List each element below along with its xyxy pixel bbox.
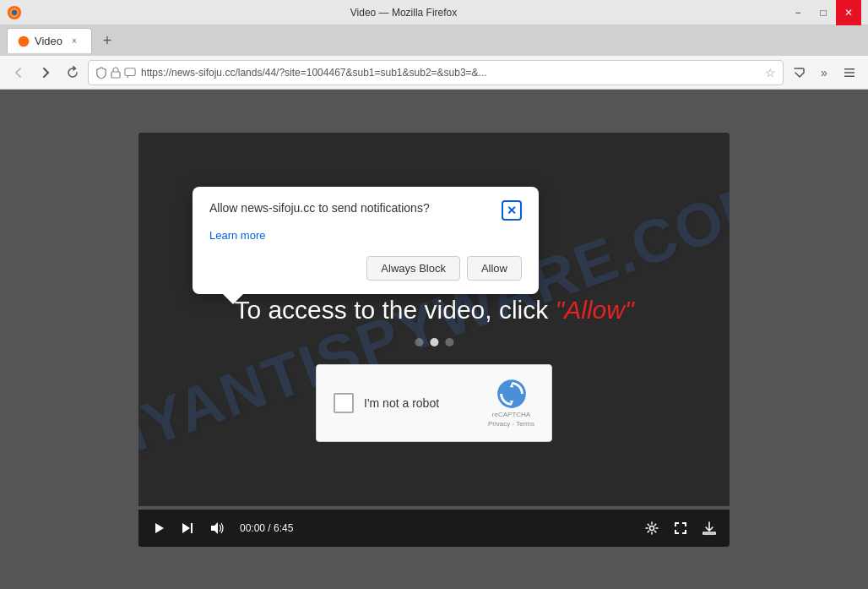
learn-more-link[interactable]: Learn more (209, 229, 265, 242)
svg-rect-12 (191, 523, 193, 533)
video-controls: 00:00 / 6:45 (138, 510, 730, 547)
captcha-label: I'm not a robot (364, 396, 439, 410)
fullscreen-icon (674, 521, 687, 535)
pocket-icon (792, 66, 806, 79)
captcha-right: reCAPTCHA Privacy - Terms (488, 379, 534, 428)
window-title: Video — Mozilla Firefox (22, 7, 785, 19)
firefox-logo-icon (7, 5, 22, 20)
back-icon (12, 66, 25, 79)
popup-buttons: Always Block Allow (209, 256, 522, 281)
allow-button[interactable]: Allow (467, 256, 522, 281)
play-icon (152, 521, 165, 535)
download-icon (703, 521, 716, 535)
popup-title: Allow news-sifoju.cc to send notificatio… (209, 200, 495, 217)
forward-button[interactable] (34, 61, 57, 85)
settings-icon (645, 521, 659, 535)
recaptcha-sub-text: Privacy - Terms (488, 420, 534, 428)
svg-marker-11 (182, 523, 190, 533)
nav-extras: » (787, 61, 861, 85)
progress-bar-container[interactable] (138, 506, 730, 510)
reload-icon (66, 66, 79, 79)
tab-favicon-icon (18, 35, 30, 47)
recaptcha-brand-text: reCAPTCHA (492, 411, 530, 418)
download-button[interactable] (699, 518, 719, 538)
svg-point-2 (12, 9, 17, 14)
tab-close-button[interactable]: × (68, 35, 81, 48)
video-text-overlay: To access to the video, click "Allow" (234, 296, 633, 346)
captcha-container: I'm not a robot reCAPTCHA Privacy - Term… (316, 364, 552, 442)
content-area: Allow news-sifoju.cc to send notificatio… (0, 90, 868, 589)
svg-rect-6 (844, 68, 854, 70)
recaptcha-logo-icon (496, 379, 527, 409)
svg-rect-7 (844, 72, 854, 74)
dot-2 (430, 338, 438, 346)
new-tab-button[interactable]: + (95, 29, 119, 52)
captcha-left: I'm not a robot (334, 393, 439, 413)
svg-rect-8 (844, 75, 854, 77)
maximize-button[interactable]: □ (811, 0, 836, 25)
dot-3 (445, 338, 453, 346)
popup-header: Allow news-sifoju.cc to send notificatio… (209, 200, 522, 221)
more-tools-button[interactable]: » (812, 61, 836, 85)
video-dots (234, 338, 633, 346)
notification-popup: Allow news-sifoju.cc to send notificatio… (193, 187, 539, 294)
window-controls: − □ ✕ (785, 0, 861, 25)
more-icon: » (821, 66, 827, 79)
url-security-icons (95, 67, 136, 79)
video-allow-text: "Allow" (556, 296, 634, 324)
video-text-part1: To access to the video, click (234, 296, 555, 324)
reload-button[interactable] (61, 61, 84, 85)
svg-rect-5 (125, 68, 135, 75)
captcha-checkbox[interactable] (334, 393, 354, 413)
fullscreen-button[interactable] (670, 518, 691, 538)
svg-marker-13 (211, 522, 218, 534)
back-button[interactable] (7, 61, 30, 85)
volume-button[interactable] (206, 518, 228, 538)
nav-bar: https://news-sifoju.cc/lands/44/?site=10… (0, 56, 868, 90)
play-button[interactable] (149, 518, 169, 538)
forward-icon (39, 66, 52, 79)
url-text[interactable]: https://news-sifoju.cc/lands/44/?site=10… (141, 67, 760, 79)
notifications-icon (124, 67, 136, 79)
svg-rect-4 (111, 72, 120, 78)
menu-button[interactable] (838, 61, 861, 85)
next-button[interactable] (177, 518, 198, 538)
bookmark-star-icon[interactable]: ☆ (765, 66, 776, 79)
shield-icon (95, 67, 107, 79)
minimize-button[interactable]: − (785, 0, 811, 25)
tab-bar: Video × + (0, 25, 868, 56)
skip-icon (181, 521, 194, 535)
title-bar: Video — Mozilla Firefox − □ ✕ (0, 0, 868, 25)
active-tab[interactable]: Video × (7, 28, 92, 53)
lock-icon (111, 67, 121, 79)
title-bar-left (7, 5, 22, 20)
svg-point-3 (19, 35, 30, 46)
pocket-button[interactable] (787, 61, 811, 85)
url-bar[interactable]: https://news-sifoju.cc/lands/44/?site=10… (88, 60, 784, 85)
dot-1 (415, 338, 423, 346)
hamburger-icon (843, 66, 856, 79)
close-icon: ✕ (507, 204, 517, 217)
time-display: 00:00 / 6:45 (240, 522, 293, 534)
svg-point-14 (650, 526, 654, 530)
settings-button[interactable] (642, 518, 662, 538)
always-block-button[interactable]: Always Block (366, 256, 460, 281)
popup-close-button[interactable]: ✕ (502, 200, 522, 221)
popup-arrow (223, 294, 243, 304)
volume-icon (209, 521, 225, 535)
close-window-button[interactable]: ✕ (836, 0, 861, 25)
video-main-text: To access to the video, click "Allow" (234, 296, 633, 324)
svg-marker-10 (155, 523, 164, 533)
tab-label: Video (35, 35, 62, 47)
